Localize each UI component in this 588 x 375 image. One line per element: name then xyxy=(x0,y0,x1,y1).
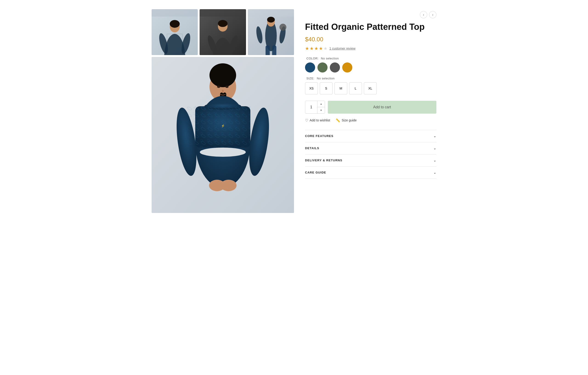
thumbnail-3[interactable] xyxy=(248,9,294,55)
svg-point-43 xyxy=(217,86,220,88)
quantity-arrows: ▲ ▼ xyxy=(317,101,325,113)
svg-rect-15 xyxy=(265,45,270,55)
size-s[interactable]: S xyxy=(320,82,333,94)
star-5: ★ xyxy=(323,46,327,51)
accordion-core-features-header[interactable]: CORE FEATURES ⌄ xyxy=(305,130,436,142)
svg-rect-16 xyxy=(272,45,276,55)
star-1: ★ xyxy=(305,46,309,51)
color-label: COLOR: No selection xyxy=(305,57,436,60)
svg-point-27 xyxy=(210,63,236,87)
svg-rect-42 xyxy=(195,106,250,110)
accordion-delivery: DELIVERY & RETURNS ⌄ Delivery and return… xyxy=(305,154,436,166)
product-gallery: ⚡ xyxy=(152,9,294,213)
product-navigation: ‹ › xyxy=(305,11,436,18)
size-buttons: XS S M L XL xyxy=(305,82,436,94)
quantity-value: 1 xyxy=(305,101,317,113)
add-to-cart-row: 1 ▲ ▼ Add to cart xyxy=(305,101,436,114)
star-rating: ★ ★ ★ ★ ★ xyxy=(305,46,327,51)
chevron-down-icon-4: ⌄ xyxy=(433,171,436,174)
thumbnail-1[interactable] xyxy=(152,9,198,55)
size-option-row: SIZE: No selection XS S M L XL xyxy=(305,77,436,94)
add-to-cart-button[interactable]: Add to cart xyxy=(328,101,436,114)
action-links: ♡ Add to wishlist 📏 Size guide xyxy=(305,118,436,122)
thumbnail-2[interactable] xyxy=(200,9,246,55)
accordion-delivery-label: DELIVERY & RETURNS xyxy=(305,159,342,162)
heart-icon: ♡ xyxy=(305,118,308,122)
chevron-down-icon: ⌄ xyxy=(433,134,436,138)
next-product-button[interactable]: › xyxy=(429,11,436,18)
star-3: ★ xyxy=(314,46,318,51)
color-swatch-amber[interactable] xyxy=(342,62,352,72)
main-product-image[interactable]: ⚡ xyxy=(152,57,294,213)
accordion-core-features: CORE FEATURES ⌄ Fitted organic patterned… xyxy=(305,130,436,142)
quantity-increment[interactable]: ▲ xyxy=(317,101,325,107)
color-swatch-charcoal[interactable] xyxy=(330,62,340,72)
accordion-details: DETAILS ⌄ Product details and specificat… xyxy=(305,142,436,154)
star-4: ★ xyxy=(319,46,323,51)
size-label: SIZE: No selection xyxy=(305,77,436,80)
accordion-details-header[interactable]: DETAILS ⌄ xyxy=(305,142,436,154)
quantity-decrement[interactable]: ▼ xyxy=(317,107,325,113)
product-title: Fitted Organic Patterned Top xyxy=(305,22,436,32)
quantity-control: 1 ▲ ▼ xyxy=(305,101,325,114)
svg-point-21 xyxy=(279,24,286,30)
star-2: ★ xyxy=(310,46,314,51)
product-price: $40.00 xyxy=(305,36,436,43)
svg-point-5 xyxy=(170,20,180,28)
size-guide-link[interactable]: 📏 Size guide xyxy=(336,118,357,122)
color-swatch-olive[interactable] xyxy=(317,62,327,72)
size-l[interactable]: L xyxy=(349,82,362,94)
color-swatches xyxy=(305,62,436,72)
page-wrapper: ⚡ ‹ › Fitted Organic Patterned Top xyxy=(147,0,441,222)
size-m[interactable]: M xyxy=(335,82,347,94)
color-option-row: COLOR: No selection xyxy=(305,57,436,72)
svg-point-45 xyxy=(222,90,224,92)
svg-point-37 xyxy=(200,148,246,157)
product-accordion: CORE FEATURES ⌄ Fitted organic patterned… xyxy=(305,130,436,179)
svg-rect-35 xyxy=(185,106,240,148)
svg-point-18 xyxy=(267,17,275,22)
reviews-count-link[interactable]: 1 customer review xyxy=(329,47,356,50)
accordion-care-label: CARE GUIDE xyxy=(305,171,326,174)
product-details-panel: ‹ › Fitted Organic Patterned Top $40.00 … xyxy=(305,9,436,213)
svg-point-44 xyxy=(225,86,229,88)
accordion-delivery-header[interactable]: DELIVERY & RETURNS ⌄ xyxy=(305,154,436,166)
prev-product-button[interactable]: ‹ xyxy=(420,11,427,18)
chevron-down-icon-3: ⌄ xyxy=(433,159,436,162)
accordion-care-header[interactable]: CARE GUIDE ⌄ xyxy=(305,167,436,179)
color-swatch-navy[interactable] xyxy=(305,62,315,72)
accordion-core-features-label: CORE FEATURES xyxy=(305,134,334,138)
ruler-icon: 📏 xyxy=(336,118,340,122)
add-to-wishlist-link[interactable]: ♡ Add to wishlist xyxy=(305,118,330,122)
reviews-row: ★ ★ ★ ★ ★ 1 customer review xyxy=(305,46,436,51)
svg-point-39 xyxy=(220,180,237,191)
accordion-care: CARE GUIDE ⌄ Care instructions for this … xyxy=(305,166,436,179)
svg-text:⚡: ⚡ xyxy=(221,124,225,128)
accordion-details-label: DETAILS xyxy=(305,146,319,150)
chevron-down-icon-2: ⌄ xyxy=(433,146,436,150)
size-xl[interactable]: XL xyxy=(364,82,377,94)
svg-point-12 xyxy=(218,20,228,27)
gallery-thumbnails xyxy=(152,9,294,55)
size-xs[interactable]: XS xyxy=(305,82,318,94)
